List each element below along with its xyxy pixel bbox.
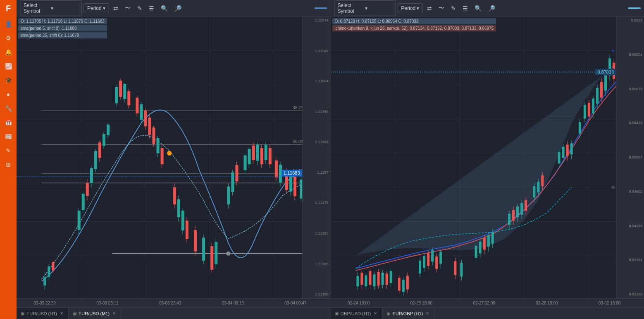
left-tab-0-label: EUR/USD (H1)	[26, 311, 57, 316]
right-tab-1[interactable]: ▣ EUR/GBP (H1) ✕	[382, 308, 434, 319]
right-swap-button[interactable]: ⇄	[425, 3, 434, 13]
right-chart-panel: Select Symbol ▾ Period ▾ ⇄ 〜 ✎ ☰ 🔍 🔎	[331, 0, 644, 319]
svg-rect-78	[215, 242, 217, 264]
svg-rect-207	[512, 210, 515, 221]
svg-rect-241	[604, 75, 607, 91]
period-chevron: ▾	[103, 5, 105, 11]
right-symbol-select[interactable]: Select Symbol ▾	[334, 0, 396, 16]
svg-point-143	[611, 186, 615, 189]
svg-rect-199	[483, 237, 485, 249]
svg-rect-34	[94, 151, 97, 169]
svg-rect-98	[269, 148, 272, 164]
svg-rect-217	[537, 182, 539, 192]
right-zoomout-button[interactable]: 🔎	[486, 3, 498, 13]
left-lines-button[interactable]: ☰	[146, 3, 157, 13]
tab-chart-icon-r1: ▣	[386, 311, 390, 316]
price-tick-r2: 0.85819	[618, 87, 642, 91]
left-pencil-button[interactable]: ✎	[135, 3, 145, 13]
price-tick-r7: 0.83791	[618, 258, 642, 262]
svg-rect-177	[406, 276, 408, 289]
right-time-label-2: 02-27 02:00	[473, 301, 495, 305]
svg-point-116	[226, 252, 230, 256]
right-current-price: 0.87033	[595, 69, 616, 75]
svg-rect-68	[181, 211, 184, 230]
price-tick: 1.11285	[304, 262, 329, 266]
svg-rect-46	[123, 84, 126, 99]
user-icon[interactable]: 👤	[2, 17, 15, 31]
svg-point-115	[167, 151, 172, 155]
svg-rect-239	[600, 82, 603, 98]
svg-rect-237	[596, 88, 598, 103]
svg-rect-161	[369, 271, 371, 285]
svg-rect-183	[427, 253, 429, 266]
calendar-icon[interactable]: 📅	[2, 116, 15, 129]
svg-rect-56	[148, 118, 151, 135]
left-tab-1-close[interactable]: ✕	[112, 311, 117, 316]
svg-rect-44	[119, 81, 122, 97]
svg-rect-197	[479, 242, 481, 254]
svg-rect-38	[103, 134, 105, 146]
left-sma5-info: sma(period 5, shift 0): 1.11688	[18, 25, 107, 31]
left-tab-1[interactable]: ▣ EUR/USD (M1) ✕	[69, 308, 121, 319]
svg-rect-155	[356, 276, 359, 286]
time-label-1: 03-03 23:11	[96, 301, 118, 305]
chart-line-icon[interactable]: 📈	[2, 60, 15, 73]
svg-rect-175	[402, 280, 404, 292]
right-pencil-button[interactable]: ✎	[448, 3, 458, 13]
right-line-indicator	[628, 7, 641, 9]
svg-rect-26	[78, 211, 81, 230]
svg-rect-70	[186, 221, 188, 239]
svg-rect-209	[516, 206, 519, 217]
svg-point-130	[612, 49, 614, 52]
left-symbol-select[interactable]: Select Symbol ▾	[20, 0, 82, 16]
svg-rect-187	[435, 257, 438, 269]
right-tab-1-close[interactable]: ✕	[425, 311, 430, 316]
right-chart-svg	[331, 17, 644, 298]
left-chart-area: O: 1.11705 H: 1.11718 L: 1.11679 C: 1.11…	[17, 17, 330, 298]
price-tick: 1.11949	[304, 49, 329, 53]
settings-icon[interactable]: ⚙	[2, 31, 15, 45]
svg-rect-96	[265, 145, 267, 160]
left-zoomout-button[interactable]: 🔎	[172, 3, 184, 13]
svg-rect-90	[252, 146, 255, 160]
grid-icon[interactable]: ⊞	[2, 158, 15, 171]
left-linechart-button[interactable]: 〜	[122, 3, 133, 14]
svg-rect-229	[578, 122, 581, 134]
tools-icon[interactable]: 🔧	[2, 102, 15, 115]
left-period-button[interactable]: Period ▾	[83, 3, 109, 13]
price-tick: 1.11380	[304, 231, 329, 236]
svg-rect-169	[385, 273, 388, 285]
left-tab-0-close[interactable]: ✕	[59, 311, 64, 316]
right-lines-button[interactable]: ☰	[460, 3, 470, 13]
svg-rect-92	[256, 145, 259, 161]
svg-rect-171	[389, 271, 392, 283]
svg-rect-84	[235, 165, 238, 181]
news-icon[interactable]: 📰	[2, 130, 15, 143]
sidebar-logo: F	[2, 2, 15, 15]
left-swap-button[interactable]: ⇄	[111, 3, 121, 13]
left-chart-panel: Select Symbol ▾ Period ▾ ⇄ 〜 ✎ ☰ 🔍 🔎	[17, 0, 331, 319]
left-zoomin-button[interactable]: 🔍	[158, 3, 170, 13]
right-linechart-button[interactable]: 〜	[436, 3, 447, 14]
right-tab-bar: ▣ GBP/USD (H1) ✕ ▣ EUR/GBP (H1) ✕	[331, 307, 644, 319]
notification-icon[interactable]: 🔔	[2, 46, 15, 59]
right-tab-1-label: EUR/GBP (H1)	[392, 311, 423, 316]
svg-rect-62	[161, 148, 164, 164]
svg-rect-94	[260, 148, 263, 164]
right-period-button[interactable]: Period ▾	[398, 3, 423, 13]
sidebar: F 👤 ⚙ 🔔 📈 🎓 ● 🔧 📅 📰 ✎ ⊞	[0, 0, 17, 319]
left-tab-bar: ▣ EUR/USD (H1) ✕ ▣ EUR/USD (M1) ✕	[17, 307, 330, 319]
svg-rect-30	[86, 183, 89, 196]
right-tab-0-close[interactable]: ✕	[373, 311, 378, 316]
draw-icon[interactable]: ✎	[2, 144, 15, 157]
price-tick: 1.12044	[304, 18, 329, 23]
left-tab-0[interactable]: ▣ EUR/USD (H1) ✕	[17, 308, 69, 319]
price-tick: 1.11665	[304, 140, 329, 144]
tab-chart-icon: ▣	[73, 311, 76, 316]
svg-rect-201	[487, 235, 489, 247]
crypto-icon[interactable]: ●	[2, 88, 15, 101]
right-tab-0[interactable]: ▣ GBP/USD (H1) ✕	[331, 308, 383, 319]
left-line-indicator	[315, 7, 327, 9]
right-zoomin-button[interactable]: 🔍	[472, 3, 484, 13]
education-icon[interactable]: 🎓	[2, 74, 15, 87]
